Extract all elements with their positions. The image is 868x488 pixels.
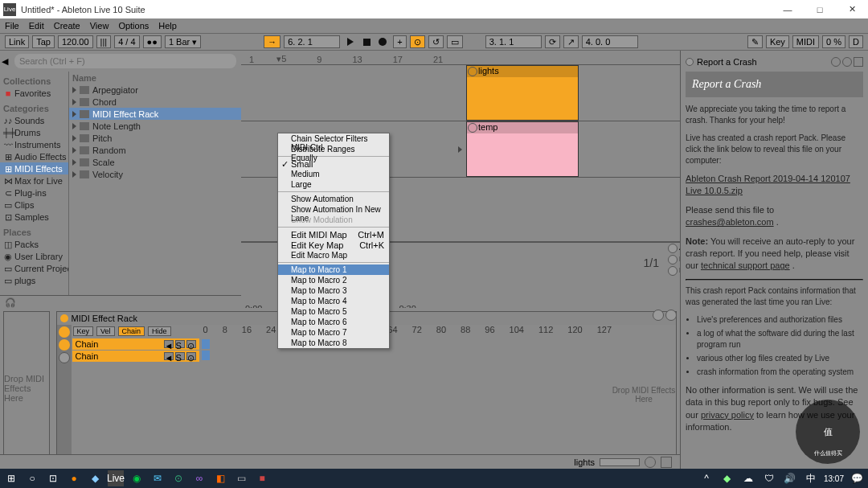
arrangement-view-icon[interactable] — [661, 457, 672, 468]
master-play-icon[interactable] — [668, 266, 678, 276]
midi-button[interactable]: MIDI — [792, 35, 819, 48]
menu-item[interactable]: Medium — [278, 169, 389, 179]
favorites-item[interactable]: ■Favorites — [0, 87, 68, 99]
menu-item[interactable]: Map to Macro 1 — [278, 265, 389, 275]
list-item[interactable]: Random — [69, 144, 241, 156]
taskbar-app-icon[interactable]: ▭ — [233, 470, 249, 486]
hide-button[interactable]: Hide — [148, 326, 171, 336]
place-plugs[interactable]: ▭plugs — [0, 274, 68, 286]
disk-button[interactable]: D — [849, 35, 863, 48]
time-sig[interactable]: 4 / 4 — [114, 35, 139, 48]
taskbar-app-icon[interactable]: ◆ — [87, 470, 103, 486]
chain-zone[interactable] — [202, 351, 210, 360]
list-item[interactable]: Velocity — [69, 168, 241, 180]
chain-button[interactable]: Chain — [118, 326, 145, 336]
menu-item[interactable]: Map to Macro 6 — [278, 317, 389, 327]
cat-samples[interactable]: ⊡Samples — [0, 211, 68, 223]
list-item[interactable]: Scale — [69, 156, 241, 168]
play-button[interactable] — [343, 35, 358, 48]
menu-item[interactable]: Edit Key MapCtrl+K — [278, 240, 389, 250]
menu-item[interactable]: Distribute Ranges Equally — [278, 144, 389, 154]
expand-icon[interactable] — [458, 145, 462, 154]
start-button[interactable]: ⊞ — [3, 470, 19, 486]
automation-arm[interactable]: ⊙ — [410, 35, 425, 48]
menu-item[interactable]: Map to Macro 3 — [278, 285, 389, 296]
clip-area[interactable]: lights — [241, 65, 731, 121]
cat-clips[interactable]: ▭Clips — [0, 199, 68, 211]
chain-mute-icon[interactable]: ◄ — [164, 352, 174, 360]
hot-swap-icon[interactable] — [653, 310, 664, 321]
clip-play-icon[interactable] — [468, 123, 477, 133]
cortana-icon[interactable]: ○ — [24, 470, 40, 486]
nav-fwd-icon[interactable] — [842, 57, 852, 67]
menu-edit[interactable]: Edit — [29, 21, 44, 31]
menu-options[interactable]: Options — [118, 21, 149, 31]
reenable-button[interactable]: ↺ — [428, 35, 444, 48]
macro-toggle-icon[interactable] — [59, 326, 70, 338]
taskbar-app-icon[interactable]: ✉ — [149, 470, 166, 486]
menu-item[interactable]: Show Automation — [278, 194, 389, 204]
drop-zone-2[interactable]: Drop MIDI Effects Here — [612, 325, 676, 465]
tray-icon[interactable]: 🛡 — [761, 470, 777, 486]
key-button[interactable]: Key — [73, 326, 94, 336]
vel-button[interactable]: Vel — [96, 326, 115, 336]
taskbar-app-icon[interactable]: ⊙ — [170, 470, 186, 486]
cat-drums[interactable]: ╪╪Drums — [0, 126, 68, 138]
chain-mute-icon[interactable]: ◄ — [164, 340, 174, 348]
taskbar-app-icon[interactable]: Live — [108, 470, 124, 486]
list-item[interactable]: Chord — [69, 96, 241, 108]
position-3[interactable]: 4. 0. 0 — [582, 35, 638, 48]
privacy-link[interactable]: privacy policy — [701, 410, 754, 420]
tray-icon[interactable]: 🔊 — [782, 470, 798, 486]
menu-item[interactable]: Map to Macro 7 — [278, 327, 389, 338]
chain-solo-icon[interactable]: S — [175, 340, 185, 348]
menu-item[interactable]: Map to Macro 2 — [278, 275, 389, 285]
link-button[interactable]: Link — [5, 35, 29, 48]
chain-toggle-icon[interactable] — [59, 339, 70, 351]
cat-plugins[interactable]: ⊂Plug-ins — [0, 187, 68, 199]
panel-activator[interactable] — [686, 58, 694, 66]
chain-zone[interactable] — [202, 339, 210, 349]
taskbar-app-icon[interactable]: ■ — [254, 470, 270, 486]
menu-create[interactable]: Create — [54, 21, 80, 31]
cat-midi-effects[interactable]: ⊞MIDI Effects — [0, 162, 68, 174]
minimize-button[interactable]: — — [772, 0, 804, 18]
position-1[interactable]: 6. 2. 1 — [284, 35, 340, 48]
name-header[interactable]: Name — [69, 72, 241, 84]
save-preset-icon[interactable] — [665, 310, 677, 321]
search-input[interactable]: Search (Ctrl + F) — [14, 54, 236, 68]
overdub-button[interactable]: + — [393, 35, 406, 48]
crossfader[interactable] — [600, 458, 640, 466]
maximize-button[interactable]: □ — [804, 0, 836, 18]
clip-temp[interactable]: temp — [466, 121, 579, 177]
tray-icon[interactable]: ☁ — [740, 470, 756, 486]
key-button[interactable]: Key — [766, 35, 789, 48]
tray-icon[interactable]: 中 — [803, 470, 819, 486]
email-link[interactable]: crashes@ableton.com — [686, 217, 774, 227]
stop-button[interactable] — [359, 35, 374, 48]
crash-report-link[interactable]: Ableton Crash Report 2019-04-14 120107 L… — [686, 174, 850, 195]
loop-button[interactable]: ⟳ — [545, 35, 560, 48]
menu-item[interactable]: Large — [278, 179, 389, 190]
task-view-icon[interactable]: ⊡ — [45, 470, 61, 486]
metronome-icon[interactable]: ||| — [96, 35, 112, 48]
taskbar-app-icon[interactable]: ◉ — [129, 470, 145, 486]
cat-sounds[interactable]: ♪♪Sounds — [0, 114, 68, 126]
capture-button[interactable]: ▭ — [447, 35, 463, 48]
chain-row[interactable]: Chain◄S⊙ — [72, 351, 199, 362]
tray-icon[interactable]: ◆ — [719, 470, 735, 486]
menu-item[interactable]: Chain Selector Filters MIDI Ctrl — [278, 133, 389, 144]
chain-hot-swap-icon[interactable]: ⊙ — [186, 340, 196, 348]
support-link[interactable]: technical support page — [701, 260, 790, 270]
send-play-icon[interactable] — [668, 255, 678, 265]
pencil-icon[interactable]: ✎ — [747, 35, 763, 48]
taskbar-app-icon[interactable]: ∞ — [191, 470, 207, 486]
clip-lights[interactable]: lights — [466, 65, 579, 121]
record-button[interactable] — [375, 35, 390, 48]
menu-file[interactable]: File — [5, 21, 19, 31]
tap-button[interactable]: Tap — [32, 35, 55, 48]
cat-max-for-live[interactable]: ⋈Max for Live — [0, 174, 68, 187]
menu-item[interactable]: Map to Macro 5 — [278, 306, 389, 317]
device-toggle-icon[interactable] — [59, 352, 70, 363]
punch-in[interactable]: ↗ — [563, 35, 579, 48]
